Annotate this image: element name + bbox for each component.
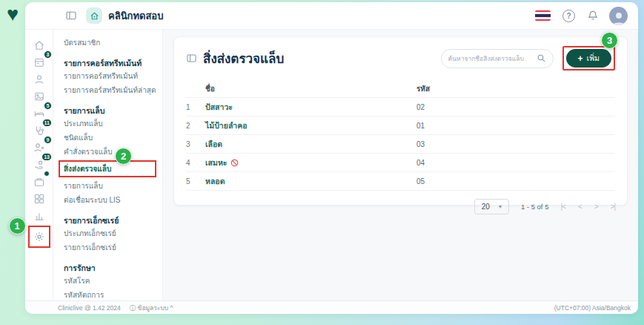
row-number: 2	[186, 122, 205, 130]
specimen-name-link[interactable]: หลอด	[205, 175, 416, 188]
settings-gear-icon[interactable]	[30, 229, 47, 246]
rail-apps-grid-icon[interactable]	[30, 190, 47, 207]
sidebar-item-lab-order[interactable]: คำสั่งตรวจแล็บ	[64, 145, 158, 159]
main-row: 3 5 11 9 13	[25, 30, 638, 301]
sidebar-item-xray-type[interactable]: ประเภทเอ็กซเรย์	[64, 226, 158, 240]
rail-bed-badge: 5	[44, 102, 52, 110]
specimen-table: ชื่อ รหัส 1 ปัสสาวะ 02 2 ไม้ป้ายลำคอ 01	[186, 80, 615, 191]
pagination-nav: |< < > >|	[560, 203, 615, 211]
sidebar-toggle-icon[interactable]	[65, 10, 77, 22]
settings-highlight-box: 1	[28, 226, 50, 248]
sidebar-item-lab-specimen[interactable]: สิ่งส่งตรวจแล็บ	[64, 162, 151, 176]
sidebar-item-disease-code[interactable]: รหัสโรค	[64, 274, 158, 288]
page-title: สิ่งส่งตรวจแล็บ	[203, 48, 284, 68]
specimen-code: 04	[416, 159, 615, 167]
lab-specimen-highlight-box: สิ่งส่งตรวจแล็บ 2	[59, 160, 156, 177]
table-row[interactable]: 5 หลอด 05	[186, 172, 615, 191]
prev-page-icon[interactable]: <	[578, 203, 582, 211]
app-window: คลินิกทดสอบ ? 3	[25, 2, 638, 314]
search-icon[interactable]	[537, 53, 546, 63]
sidebar-header-course: รายการคอร์สทรีทเม้นท์	[64, 57, 158, 69]
page-size-value: 20	[482, 203, 490, 211]
specimen-name-link[interactable]: เลือด	[205, 138, 416, 151]
lab-specimen-card: สิ่งส่งตรวจแล็บ + เพิ่ม 3	[173, 36, 628, 206]
rail-wallet-icon[interactable]: 3	[30, 53, 47, 70]
content-area: สิ่งส่งตรวจแล็บ + เพิ่ม 3	[163, 30, 638, 301]
clinic-name: คลินิกทดสอบ	[108, 8, 163, 24]
specimen-code: 01	[416, 122, 615, 130]
user-avatar[interactable]	[609, 7, 628, 25]
page-size-select[interactable]: 20 ▾	[474, 199, 509, 214]
collapse-caret-icon: ^	[170, 304, 173, 312]
annotation-step-1-badge: 1	[9, 217, 26, 234]
column-header-name[interactable]: ชื่อ	[205, 83, 416, 94]
clinic-home-icon[interactable]	[86, 7, 102, 24]
rail-briefcase-dot-badge	[44, 171, 50, 177]
sidebar-item-course-list[interactable]: รายการคอร์สทรีทเม้นท์	[64, 69, 158, 83]
search-box	[441, 49, 554, 68]
footer-bar: Cliniclive @ 1.42 2024 ⓘ ข้อมูลระบบ ^ (U…	[25, 301, 638, 314]
sidebar-menu: บัตรสมาชิก รายการคอร์สทรีทเม้นท์ รายการค…	[53, 30, 163, 301]
system-info-link[interactable]: ⓘ ข้อมูลระบบ ^	[130, 303, 173, 313]
add-specimen-button[interactable]: + เพิ่ม	[566, 49, 611, 68]
pagination-range: 1 - 5 of 5	[521, 203, 549, 211]
row-number: 4	[186, 159, 205, 167]
table-row[interactable]: 1 ปัสสาวะ 02	[186, 98, 615, 116]
last-page-icon[interactable]: >|	[611, 203, 615, 211]
pagination: 20 ▾ 1 - 5 of 5 |< < > >|	[186, 199, 615, 214]
specimen-name-text: เสมหะ	[205, 157, 227, 169]
thai-flag-icon language-switcher[interactable]	[535, 10, 551, 21]
specimen-name-link[interactable]: เสมหะ	[205, 157, 416, 169]
add-button-highlight-box: + เพิ่ม 3	[562, 46, 615, 70]
system-info-label: ข้อมูลระบบ	[138, 304, 169, 312]
add-button-label: เพิ่ม	[587, 52, 600, 65]
sidebar-item-lab-type[interactable]: ประเภทแล็บ	[64, 116, 158, 131]
sidebar-header-treatment: การรักษา	[64, 262, 158, 274]
sidebar-item-lis-connect[interactable]: ต่อเชื่อมระบบ LIS	[64, 193, 158, 207]
table-row[interactable]: 2 ไม้ป้ายลำคอ 01	[186, 116, 615, 135]
annotation-step-3-badge: 3	[601, 32, 618, 49]
specimen-name-link[interactable]: ไม้ป้ายลำคอ	[205, 119, 416, 132]
sidebar-item-lab-kind[interactable]: ชนิดแล็บ	[64, 131, 158, 145]
specimen-code: 02	[416, 103, 615, 111]
disabled-ban-icon	[230, 159, 239, 167]
table-header-row: ชื่อ รหัส	[186, 80, 615, 98]
sidebar-header-xray: รายการเอ็กซเรย์	[64, 214, 158, 226]
rail-wallet-badge: 3	[44, 50, 52, 59]
column-header-code[interactable]: รหัส	[416, 83, 615, 94]
rail-stats-chart-icon[interactable]	[30, 207, 47, 224]
rail-briefcase-icon[interactable]	[30, 173, 47, 190]
rail-stethoscope-badge: 11	[42, 119, 52, 127]
topbar: คลินิกทดสอบ ?	[25, 2, 638, 30]
specimen-name-link[interactable]: ปัสสาวะ	[205, 101, 416, 114]
timezone-label: (UTC+07:00) Asia/Bangkok	[554, 304, 631, 312]
rail-checkout-badge: 9	[44, 136, 52, 144]
help-icon[interactable]: ?	[562, 10, 575, 22]
sidebar-item-xray-list[interactable]: รายการเอ็กซเรย์	[64, 240, 158, 255]
table-row[interactable]: 3 เลือด 03	[186, 135, 615, 154]
specimen-code: 05	[416, 177, 615, 186]
rail-patient-icon[interactable]	[30, 70, 47, 88]
app-version: Cliniclive @ 1.42 2024	[58, 304, 121, 312]
table-row[interactable]: 4 เสมหะ 04	[186, 154, 615, 172]
next-page-icon[interactable]: >	[594, 203, 598, 211]
sidebar-item-lab-list[interactable]: รายการแล็บ	[64, 179, 158, 193]
chevron-down-icon: ▾	[499, 203, 502, 210]
first-page-icon[interactable]: |<	[560, 203, 565, 211]
plus-icon: +	[578, 53, 583, 64]
row-number: 1	[186, 103, 205, 111]
row-number: 3	[186, 140, 205, 148]
rail-payment-badge: 13	[42, 153, 52, 161]
info-icon: ⓘ	[130, 304, 136, 312]
sidebar-item-member-card[interactable]: บัตรสมาชิก	[64, 36, 158, 50]
specimen-code: 03	[416, 140, 615, 148]
row-number: 5	[186, 177, 205, 186]
icon-rail: 3 5 11 9 13	[25, 30, 53, 301]
notification-bell-icon[interactable]	[587, 10, 599, 22]
search-input[interactable]	[448, 55, 537, 62]
sidebar-header-lab: รายการแล็บ	[64, 105, 158, 116]
sidebar-item-course-latest[interactable]: รายการคอร์สทรีทเม้นท์ล่าสุด	[64, 83, 158, 97]
card-header: สิ่งส่งตรวจแล็บ + เพิ่ม 3	[186, 46, 615, 70]
panel-toggle-icon[interactable]	[186, 53, 197, 64]
sidebar-item-procedure-code[interactable]: รหัสหัตถการ	[64, 288, 158, 301]
